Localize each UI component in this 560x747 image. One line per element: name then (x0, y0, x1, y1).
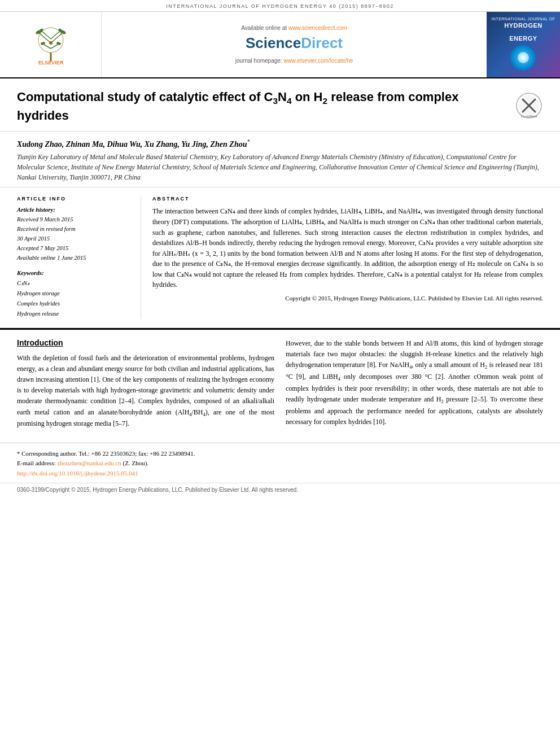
svg-point-15 (49, 41, 53, 45)
elsevier-logo-area: ELSEVIER (0, 12, 102, 77)
intro-right-col: However, due to the stable bonds between… (286, 338, 543, 434)
introduction-heading: Introduction (17, 338, 274, 347)
authors-line: Xudong Zhao, Zhinan Ma, Dihua Wu, Xu Zha… (17, 138, 543, 149)
abstract-label: ABSTRACT (152, 196, 543, 202)
footer-area: * Corresponding author. Tel.: +86 22 235… (0, 443, 560, 483)
journal-homepage: journal homepage: www.elsevier.com/locat… (235, 58, 353, 64)
abstract-col: ABSTRACT The interaction between C₃N₄ an… (152, 196, 543, 318)
history-label: Article history: (17, 206, 130, 213)
affiliation-text: Tianjin Key Laboratory of Metal and Mole… (17, 152, 543, 182)
sciencedirect-header: Available online at www.sciencedirect.co… (102, 12, 487, 77)
sciencedirect-logo: ScienceDirect (246, 34, 343, 52)
article-title-section: Computational study of catalytic effect … (0, 78, 560, 132)
journal-homepage-url[interactable]: www.elsevier.com/locate/he (283, 58, 353, 64)
available-online-text: Available online at www.sciencedirect.co… (241, 25, 347, 31)
intro-left-col: Introduction With the depletion of fossi… (17, 338, 274, 434)
journal-badge-circle-icon (510, 45, 536, 71)
main-content: Introduction With the depletion of fossi… (0, 330, 560, 443)
authors-section: Xudong Zhao, Zhinan Ma, Dihua Wu, Xu Zha… (0, 132, 560, 188)
article-main-title: Computational study of catalytic effect … (17, 89, 506, 124)
journal-header: ELSEVIER Available online at www.science… (0, 12, 560, 78)
available-date: Available online 1 June 2015 (17, 254, 130, 263)
intro-right-text: However, due to the stable bonds between… (286, 338, 543, 427)
footer-email-link[interactable]: zhouzhen@nankai.edu.cn (57, 460, 121, 466)
article-history: Article history: Received 9 March 2015 R… (17, 206, 130, 263)
keywords-label: Keywords: (17, 269, 130, 276)
journal-badge-title: International Journal of HYDROGEN ENERGY (491, 16, 555, 43)
sciencedirect-url[interactable]: www.sciencedirect.com (288, 25, 347, 31)
crossmark-badge[interactable]: CrossMark (515, 91, 543, 122)
received-revised-label: Received in revised form (17, 225, 130, 234)
accepted-date: Accepted 7 May 2015 (17, 244, 130, 254)
abstract-text: The interaction between C₃N₄ and three k… (152, 206, 543, 290)
received-date: Received 9 March 2015 (17, 215, 130, 225)
footer-corresponding: * Corresponding author. Tel.: +86 22 235… (17, 449, 543, 459)
keyword-2: Hydrogen storage (17, 289, 130, 299)
article-info-abstract-section: ARTICLE INFO Article history: Received 9… (0, 187, 560, 327)
journal-banner: INTERNATIONAL JOURNAL OF HYDROGEN ENERGY… (0, 0, 560, 12)
elsevier-tree-icon: ELSEVIER (23, 23, 79, 65)
article-info-col: ARTICLE INFO Article history: Received 9… (17, 196, 141, 318)
revised-date: 30 April 2015 (17, 234, 130, 244)
article-info-label: ARTICLE INFO (17, 196, 130, 202)
keyword-4: Hydrogen release (17, 309, 130, 319)
svg-text:ELSEVIER: ELSEVIER (38, 60, 63, 65)
keywords-section: Keywords: C₃N₄ Hydrogen storage Complex … (17, 269, 130, 318)
bottom-bar: 0360-3199/Copyright © 2015, Hydrogen Ene… (0, 483, 560, 496)
intro-left-text: With the depletion of fossil fuels and t… (17, 353, 274, 430)
abstract-copyright: Copyright © 2015, Hydrogen Energy Public… (152, 295, 543, 302)
footer-email: E-mail address: zhouzhen@nankai.edu.cn (… (17, 458, 543, 469)
footer-doi: http://dx.doi.org/10.1016/j.ijhydene.201… (17, 469, 543, 479)
keyword-3: Complex hydrides (17, 299, 130, 309)
doi-link[interactable]: http://dx.doi.org/10.1016/j.ijhydene.201… (17, 470, 138, 477)
svg-text:CrossMark: CrossMark (520, 115, 537, 118)
journal-badge-area: International Journal of HYDROGEN ENERGY (487, 12, 560, 77)
keyword-1: C₃N₄ (17, 278, 130, 289)
